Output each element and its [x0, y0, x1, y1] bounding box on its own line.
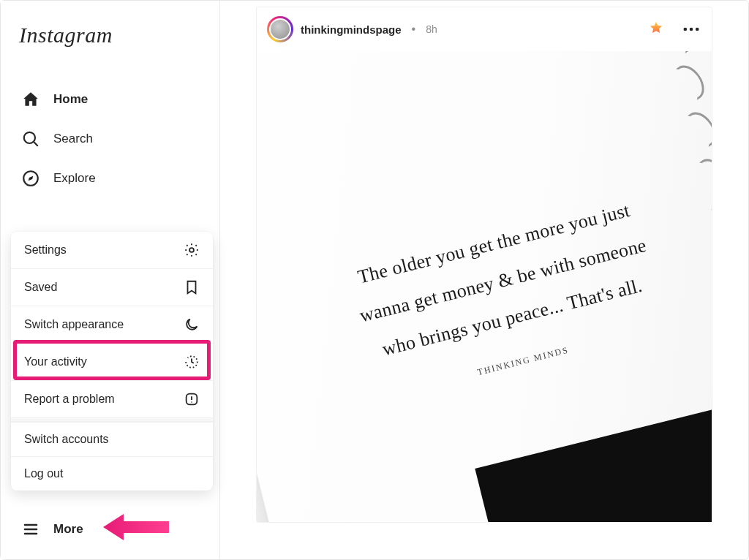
- alert-icon: [184, 391, 200, 407]
- svg-point-13: [690, 28, 693, 31]
- sidebar-item-explore[interactable]: Explore: [1, 159, 219, 198]
- menu-item-report-problem[interactable]: Report a problem: [11, 380, 213, 417]
- post-username[interactable]: thinkingmindspage: [301, 23, 402, 36]
- post-timestamp: 8h: [426, 23, 437, 35]
- sidebar-item-label: Home: [53, 92, 88, 107]
- sidebar-item-more[interactable]: More: [1, 510, 219, 549]
- svg-point-0: [24, 132, 35, 143]
- post-header: thinkingmindspage • 8h: [257, 7, 712, 51]
- feed-post: thinkingmindspage • 8h: [256, 7, 712, 523]
- search-icon: [21, 129, 40, 148]
- svg-point-4: [189, 248, 194, 252]
- bookmark-icon: [184, 279, 200, 295]
- svg-point-12: [684, 28, 688, 31]
- sidebar-item-search[interactable]: Search: [1, 119, 219, 159]
- avatar-story-ring[interactable]: [267, 16, 293, 42]
- menu-item-label: Your activity: [24, 355, 87, 368]
- menu-item-label: Switch accounts: [24, 433, 109, 446]
- sidebar-item-label: Search: [53, 132, 93, 146]
- activity-icon: [184, 354, 200, 370]
- moon-icon: [184, 317, 200, 333]
- sidebar-item-label: More: [53, 522, 83, 537]
- svg-marker-3: [29, 176, 34, 181]
- menu-item-your-activity[interactable]: Your activity: [11, 343, 213, 380]
- nav-list: Home Search Explore: [1, 80, 219, 198]
- gear-icon: [184, 242, 200, 258]
- explore-icon: [21, 169, 40, 188]
- post-image[interactable]: The older you get the more you just wann…: [257, 51, 712, 522]
- svg-line-1: [34, 142, 37, 145]
- menu-item-label: Settings: [24, 243, 67, 257]
- menu-item-saved[interactable]: Saved: [11, 268, 213, 306]
- menu-item-label: Log out: [24, 467, 63, 480]
- menu-icon: [21, 520, 40, 539]
- main-content: thinkingmindspage • 8h: [220, 1, 748, 559]
- menu-item-switch-appearance[interactable]: Switch appearance: [11, 306, 213, 343]
- svg-point-7: [191, 401, 192, 402]
- post-more-button[interactable]: [681, 19, 701, 39]
- menu-item-label: Switch appearance: [24, 318, 124, 331]
- feed-column: thinkingmindspage • 8h: [256, 7, 712, 559]
- menu-item-label: Saved: [24, 281, 57, 294]
- favorite-star-icon: [649, 20, 663, 38]
- separator-dot: •: [409, 23, 419, 36]
- menu-item-settings[interactable]: Settings: [11, 232, 213, 268]
- menu-item-label: Report a problem: [24, 393, 115, 406]
- home-icon: [21, 90, 40, 109]
- avatar: [269, 18, 291, 40]
- sidebar-item-home[interactable]: Home: [1, 80, 219, 119]
- menu-item-log-out[interactable]: Log out: [11, 456, 213, 491]
- svg-point-14: [696, 28, 699, 31]
- sidebar: Instagram Home Search Explo: [1, 1, 220, 559]
- more-menu-popup: Settings Saved Switch appearance: [11, 232, 213, 491]
- sidebar-item-label: Explore: [53, 171, 96, 186]
- menu-item-switch-accounts[interactable]: Switch accounts: [11, 423, 213, 456]
- brand-logo[interactable]: Instagram: [19, 23, 113, 48]
